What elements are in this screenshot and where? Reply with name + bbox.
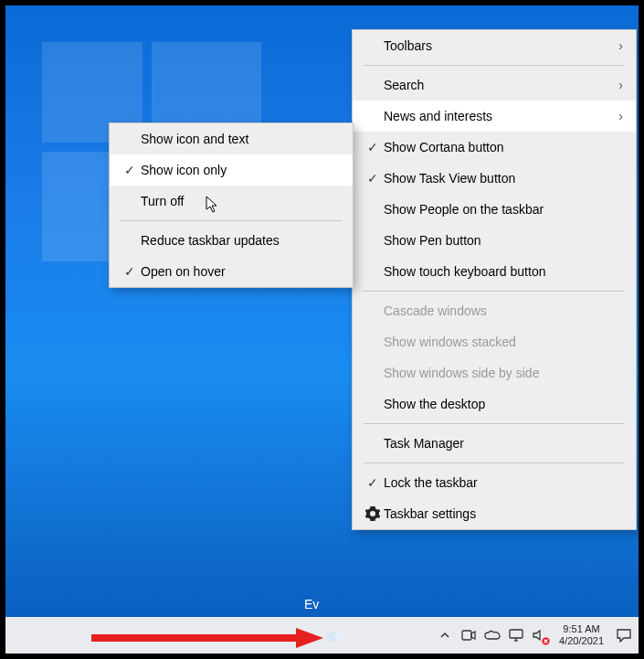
svg-point-1 [335, 632, 346, 640]
menu-item-toolbars[interactable]: Toolbars› [353, 30, 636, 61]
menu-label: Turn off [141, 194, 340, 208]
menu-label: Show People on the taskbar [384, 202, 623, 217]
onedrive-icon[interactable] [484, 627, 501, 643]
submenu-item-reduce-updates[interactable]: Reduce taskbar updates [110, 225, 353, 256]
weather-icon[interactable] [322, 617, 350, 654]
clock-time: 9:51 AM [563, 623, 599, 635]
menu-label: Show icon and text [141, 132, 340, 146]
tray-overflow-icon[interactable] [437, 627, 453, 643]
menu-label: Task Manager [384, 436, 623, 451]
submenu-item-turn-off[interactable]: Turn off [110, 186, 353, 217]
chevron-right-icon: › [608, 38, 623, 53]
news-interests-submenu: Show icon and text ✓Show icon only Turn … [109, 122, 354, 288]
menu-item-side-by-side: Show windows side by side [353, 357, 636, 388]
clock-date: 4/20/2021 [559, 635, 604, 647]
svg-rect-2 [462, 631, 471, 640]
menu-label: Taskbar settings [384, 506, 623, 521]
menu-item-task-view[interactable]: ✓Show Task View button [353, 163, 636, 194]
check-icon: ✓ [362, 171, 384, 186]
menu-label: Show windows stacked [384, 335, 623, 349]
taskbar-clock[interactable]: 9:51 AM 4/20/2021 [555, 623, 607, 647]
check-icon: ✓ [362, 140, 384, 154]
check-icon: ✓ [119, 163, 141, 177]
gear-icon [362, 506, 384, 521]
cursor-icon [206, 196, 220, 212]
menu-item-news-interests[interactable]: News and interests› [353, 101, 636, 132]
svg-marker-8 [296, 628, 323, 648]
submenu-item-icon-only[interactable]: ✓Show icon only [110, 154, 353, 186]
check-icon: ✓ [119, 264, 141, 279]
menu-separator [364, 423, 625, 424]
check-icon: ✓ [362, 475, 384, 490]
menu-label: Show the desktop [384, 397, 623, 411]
menu-label: Reduce taskbar updates [141, 233, 340, 248]
menu-item-pen[interactable]: Show Pen button [353, 225, 636, 256]
menu-label: News and interests [384, 109, 608, 123]
menu-separator [364, 65, 625, 66]
menu-label: Toolbars [384, 38, 608, 53]
submenu-item-icon-text[interactable]: Show icon and text [110, 123, 353, 154]
menu-separator [364, 291, 625, 292]
menu-item-cascade: Cascade windows [353, 295, 636, 326]
menu-item-taskbar-settings[interactable]: Taskbar settings [353, 498, 636, 529]
menu-item-touch-keyboard[interactable]: Show touch keyboard button [353, 256, 636, 287]
menu-item-stacked: Show windows stacked [353, 326, 636, 357]
menu-label: Lock the taskbar [384, 475, 623, 490]
menu-label: Show touch keyboard button [384, 264, 623, 279]
menu-item-cortana[interactable]: ✓Show Cortana button [353, 132, 636, 163]
menu-item-search[interactable]: Search› [353, 69, 636, 101]
menu-label: Show icon only [141, 163, 340, 177]
network-icon[interactable] [508, 627, 524, 643]
menu-separator [364, 462, 625, 463]
menu-separator [121, 220, 342, 221]
chevron-right-icon: › [608, 109, 623, 123]
svg-rect-3 [510, 630, 523, 638]
menu-label: Show Task View button [384, 171, 623, 186]
taskbar-context-menu: Toolbars› Search› News and interests› ✓S… [352, 29, 637, 530]
action-center-icon[interactable] [615, 627, 633, 643]
menu-item-task-manager[interactable]: Task Manager [353, 428, 636, 459]
desktop-watermark: Ev [304, 597, 319, 611]
menu-item-lock-taskbar[interactable]: ✓Lock the taskbar [353, 467, 636, 498]
menu-label: Cascade windows [384, 303, 623, 318]
menu-label: Search [384, 78, 608, 92]
menu-label: Show Pen button [384, 233, 623, 248]
volume-icon[interactable] [532, 627, 548, 643]
menu-label: Show windows side by side [384, 366, 623, 380]
meet-now-icon[interactable] [460, 627, 477, 643]
red-arrow-annotation [88, 626, 325, 650]
submenu-item-open-hover[interactable]: ✓Open on hover [110, 256, 353, 287]
menu-label: Show Cortana button [384, 140, 623, 154]
menu-label: Open on hover [141, 264, 340, 279]
menu-item-people[interactable]: Show People on the taskbar [353, 194, 636, 225]
system-tray: 9:51 AM 4/20/2021 [437, 617, 633, 654]
chevron-right-icon: › [608, 78, 623, 92]
menu-item-show-desktop[interactable]: Show the desktop [353, 388, 636, 420]
